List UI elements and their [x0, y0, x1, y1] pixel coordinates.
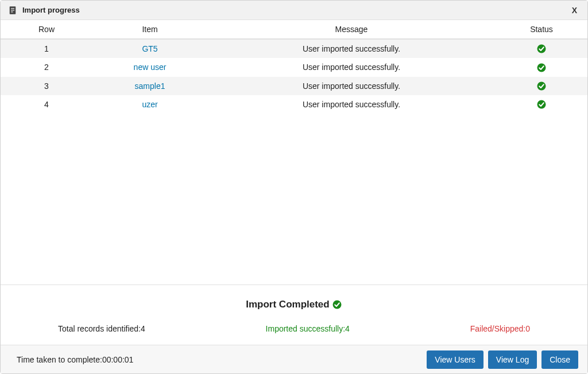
row-message: User imported successfully.	[207, 95, 496, 114]
row-message: User imported successfully.	[207, 77, 496, 95]
check-icon	[536, 99, 547, 110]
item-link[interactable]: new user	[134, 63, 167, 72]
check-icon	[536, 81, 547, 91]
time-taken-value: 00:00:01	[102, 355, 134, 364]
footer-buttons: View Users View Log Close	[427, 350, 578, 369]
check-icon	[332, 299, 342, 310]
item-link[interactable]: GT5	[142, 44, 157, 53]
column-message: Message	[207, 20, 496, 39]
table-row: 4uzerUser imported successfully.	[1, 95, 587, 114]
svg-point-5	[537, 63, 546, 72]
dialog-title: Import progress	[22, 6, 80, 14]
stat-failed-label: Failed/Skipped:	[470, 324, 526, 333]
stat-total-value: 4	[141, 324, 145, 333]
table-row: 1GT5User imported successfully.	[1, 39, 587, 58]
check-icon	[536, 63, 547, 73]
table-row: 3sample1User imported successfully.	[1, 77, 587, 95]
stat-success: Imported successfully:4	[266, 324, 350, 333]
column-item: Item	[92, 20, 207, 39]
item-link[interactable]: uzer	[142, 100, 157, 109]
dialog-header: Import progress X	[1, 1, 587, 20]
import-summary-stats: Total records identified:4 Imported succ…	[12, 324, 576, 333]
row-number: 1	[1, 39, 92, 58]
dialog-footer: Time taken to complete:00:00:01 View Use…	[1, 345, 587, 373]
table-row: 2new userUser imported successfully.	[1, 58, 587, 76]
close-button[interactable]: Close	[541, 350, 578, 369]
row-number: 2	[1, 58, 92, 76]
stat-total: Total records identified:4	[58, 324, 145, 333]
results-table-wrap: Row Item Message Status 1GT5User importe…	[1, 20, 587, 285]
row-message: User imported successfully.	[207, 58, 496, 76]
svg-point-7	[537, 100, 546, 109]
dialog-header-left: Import progress	[7, 5, 80, 15]
svg-rect-2	[11, 10, 14, 10]
column-status: Status	[496, 20, 587, 39]
time-taken: Time taken to complete:00:00:01	[17, 355, 133, 364]
view-log-button[interactable]: View Log	[488, 350, 537, 369]
item-link[interactable]: sample1	[135, 81, 165, 91]
svg-point-6	[537, 81, 546, 90]
stat-success-value: 4	[345, 324, 350, 333]
svg-rect-1	[11, 8, 14, 9]
stat-failed: Failed/Skipped:0	[470, 324, 530, 333]
svg-point-4	[537, 45, 546, 53]
row-number: 4	[1, 95, 92, 114]
row-number: 3	[1, 77, 92, 95]
import-summary: Import Completed Total records identifie…	[1, 285, 587, 345]
view-users-button[interactable]: View Users	[427, 350, 483, 369]
import-summary-title: Import Completed	[246, 299, 329, 310]
import-summary-title-wrap: Import Completed	[12, 299, 576, 310]
stat-success-label: Imported successfully:	[266, 324, 346, 333]
svg-rect-3	[11, 11, 13, 12]
row-message: User imported successfully.	[207, 39, 496, 58]
stat-total-label: Total records identified:	[58, 324, 141, 333]
document-icon	[7, 5, 18, 15]
results-table: Row Item Message Status 1GT5User importe…	[1, 20, 587, 114]
close-icon[interactable]: X	[568, 3, 581, 17]
import-progress-dialog: Import progress X Row Item Message Statu…	[0, 0, 588, 374]
check-icon	[536, 44, 547, 54]
column-row: Row	[1, 20, 92, 39]
svg-point-8	[332, 301, 341, 309]
time-taken-label: Time taken to complete:	[17, 355, 102, 364]
stat-failed-value: 0	[525, 324, 530, 333]
